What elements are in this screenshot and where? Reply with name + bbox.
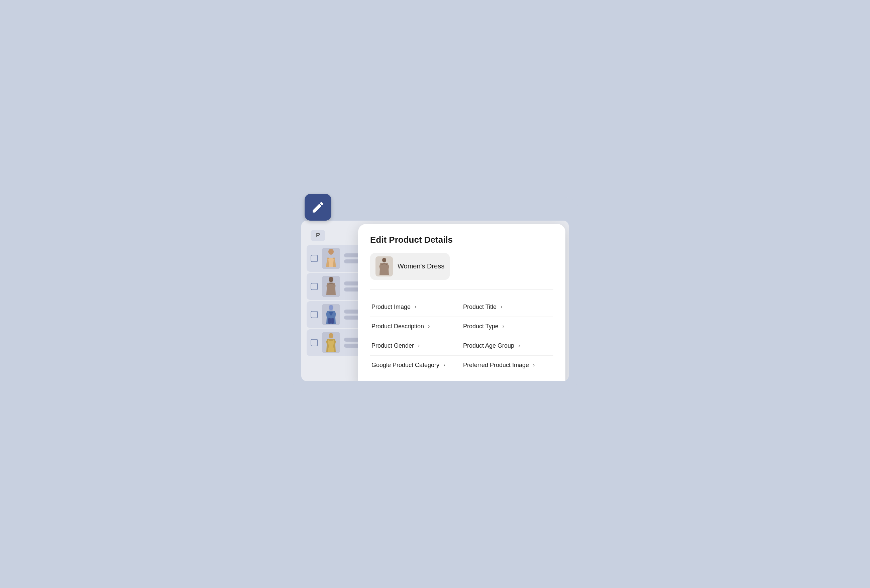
person-figure-4: [324, 333, 338, 353]
chevron-right-icon: ›: [533, 362, 535, 368]
menu-grid: Product Image › Product Title › Product …: [370, 298, 553, 375]
modal-title: Edit Product Details: [370, 235, 553, 245]
menu-item-product-age-group[interactable]: Product Age Group ›: [462, 336, 553, 356]
product-badge-thumbnail: [375, 256, 393, 277]
edit-icon-badge[interactable]: [305, 194, 331, 220]
outer-frame: P: [291, 197, 579, 391]
row-thumbnail: [322, 304, 340, 325]
menu-item-product-gender[interactable]: Product Gender ›: [370, 336, 462, 356]
row-thumbnail: [322, 248, 340, 269]
product-badge-figure: [377, 258, 391, 275]
menu-item-google-product-category[interactable]: Google Product Category ›: [370, 356, 462, 375]
chevron-right-icon: ›: [415, 304, 416, 310]
svg-rect-9: [328, 318, 331, 324]
svg-point-11: [329, 333, 333, 338]
pencil-icon: [311, 200, 325, 214]
menu-item-product-image[interactable]: Product Image ›: [370, 298, 462, 317]
chevron-right-icon: ›: [418, 342, 420, 349]
chevron-right-icon: ›: [443, 362, 445, 368]
svg-point-3: [329, 277, 333, 282]
row-checkbox[interactable]: [311, 311, 318, 318]
product-badge-name: Women's Dress: [398, 262, 444, 270]
table-header-text: P: [311, 230, 325, 241]
modal-panel: Edit Product Details Women's Dres: [358, 224, 565, 381]
svg-point-6: [329, 305, 333, 310]
chevron-right-icon: ›: [428, 323, 430, 329]
menu-item-preferred-product-image[interactable]: Preferred Product Image ›: [462, 356, 553, 375]
row-thumbnail: [322, 332, 340, 353]
svg-rect-10: [331, 318, 334, 324]
product-badge: Women's Dress: [370, 253, 450, 280]
menu-item-product-type[interactable]: Product Type ›: [462, 317, 553, 336]
svg-point-14: [382, 258, 386, 262]
chevron-right-icon: ›: [502, 323, 504, 329]
menu-item-product-title[interactable]: Product Title ›: [462, 298, 553, 317]
menu-item-product-description[interactable]: Product Description ›: [370, 317, 462, 336]
row-thumbnail: [322, 276, 340, 297]
person-figure-3: [324, 305, 338, 325]
chevron-right-icon: ›: [518, 342, 520, 349]
person-figure-1: [324, 249, 338, 268]
svg-point-0: [328, 249, 334, 255]
row-checkbox[interactable]: [311, 339, 318, 346]
row-checkbox[interactable]: [311, 283, 318, 290]
chevron-right-icon: ›: [501, 304, 502, 310]
person-figure-2: [324, 277, 338, 296]
row-checkbox[interactable]: [311, 255, 318, 262]
background-table: P: [301, 220, 569, 381]
